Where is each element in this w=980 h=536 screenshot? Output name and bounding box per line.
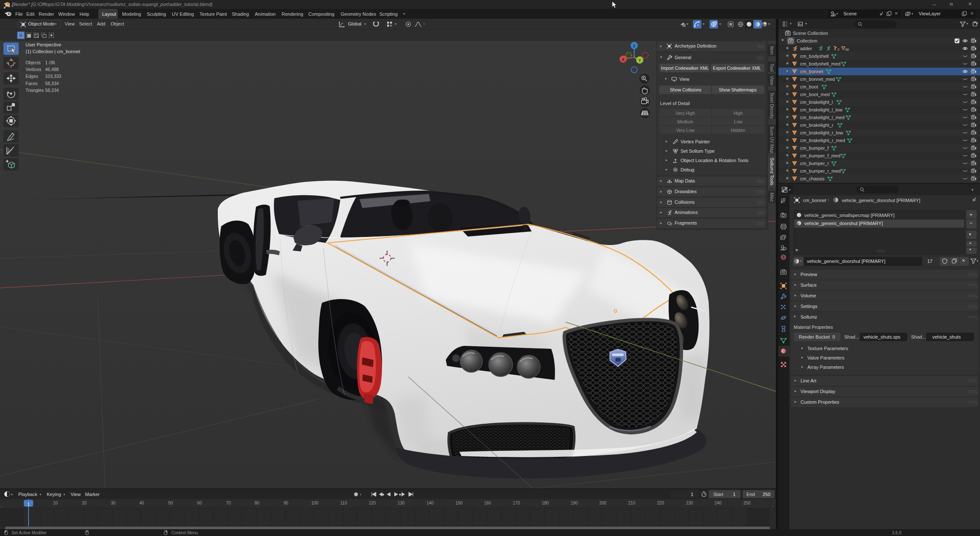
svg-text:Y: Y (638, 58, 641, 63)
svg-text:Z: Z (633, 44, 635, 48)
svg-text:▾: ▾ (11, 4, 13, 8)
svg-text:X: X (622, 57, 624, 62)
svg-text:▾: ▾ (360, 493, 362, 496)
